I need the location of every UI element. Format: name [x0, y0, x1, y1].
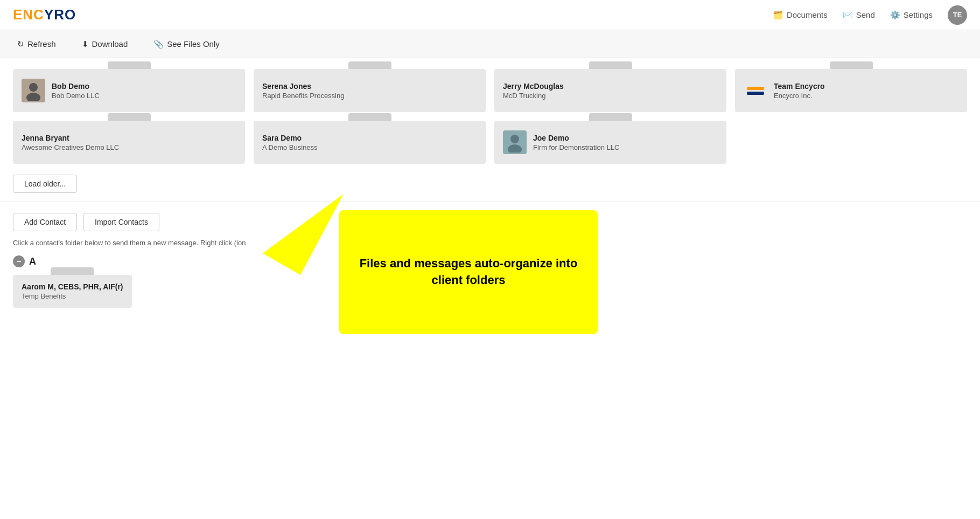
section-letter-label: A: [29, 256, 36, 267]
folder-name: Jenna Bryant: [22, 134, 236, 142]
download-icon: ⬇: [82, 39, 89, 49]
section-letter-a: − A: [13, 255, 967, 267]
download-button[interactable]: ⬇ Download: [78, 37, 132, 51]
paperclip-icon: 📎: [153, 39, 164, 49]
folder-info: Team EncycroEncycro Inc.: [774, 82, 958, 100]
folder-name: Sara Demo: [262, 134, 477, 142]
contact-name: Aarom M, CEBS, PHR, AIF(r): [22, 282, 123, 291]
main-content: Bob DemoBob Demo LLCSerena JonesRapid Be…: [0, 58, 980, 319]
header-nav: 🗂️ Documents ✉️ Send ⚙️ Settings TE: [773, 5, 967, 25]
folder-name: Bob Demo: [52, 82, 236, 91]
folder-info: Joe DemoFirm for Demonstration LLC: [533, 134, 718, 151]
settings-nav-item[interactable]: ⚙️ Settings: [890, 10, 933, 20]
see-files-button[interactable]: 📎 See Files Only: [149, 37, 224, 51]
logo-yro: YRO: [44, 6, 76, 23]
folder-info: Serena JonesRapid Benefits Processing: [262, 82, 477, 100]
folder-icon: 🗂️: [773, 10, 783, 20]
folder-card[interactable]: Sara DemoA Demo Business: [254, 121, 486, 164]
folder-company: A Demo Business: [262, 143, 477, 151]
contacts-section: Add Contact Import Contacts Click a cont…: [0, 202, 980, 319]
folder-company: Bob Demo LLC: [52, 92, 236, 100]
contacts-actions: Add Contact Import Contacts: [13, 213, 967, 231]
recent-section: Bob DemoBob Demo LLCSerena JonesRapid Be…: [0, 58, 980, 202]
toolbar: ↻ Refresh ⬇ Download 📎 See Files Only: [0, 30, 980, 58]
folder-card[interactable]: Joe DemoFirm for Demonstration LLC: [494, 121, 726, 164]
settings-label: Settings: [904, 10, 933, 19]
documents-label: Documents: [787, 10, 828, 19]
folder-name: Jerry McDouglas: [503, 82, 718, 91]
folder-card[interactable]: Jerry McDouglasMcD Trucking: [494, 69, 726, 112]
see-files-label: See Files Only: [167, 39, 220, 49]
contacts-list: Aarom M, CEBS, PHR, AIF(r)Temp Benefits: [13, 275, 967, 308]
add-contact-button[interactable]: Add Contact: [13, 213, 77, 231]
svg-point-3: [508, 144, 522, 153]
svg-point-2: [510, 135, 519, 143]
user-avatar[interactable]: TE: [948, 5, 967, 25]
folder-company: Encycro Inc.: [774, 92, 958, 100]
folder-company: McD Trucking: [503, 92, 718, 100]
refresh-button[interactable]: ↻ Refresh: [13, 37, 60, 51]
folder-name: Joe Demo: [533, 134, 718, 142]
gear-icon: ⚙️: [890, 10, 900, 20]
logo[interactable]: ENCYRO: [13, 6, 76, 23]
folder-info: Jenna BryantAwesome Creatives Demo LLC: [22, 134, 236, 151]
folder-company: Awesome Creatives Demo LLC: [22, 143, 236, 151]
send-label: Send: [856, 10, 875, 19]
contacts-hint: Click a contact's folder below to send t…: [13, 239, 967, 247]
folder-company: Rapid Benefits Processing: [262, 92, 477, 100]
send-nav-item[interactable]: ✉️ Send: [843, 10, 875, 20]
download-label: Download: [92, 39, 128, 49]
folder-company: Firm for Demonstration LLC: [533, 143, 718, 151]
folder-info: Jerry McDouglasMcD Trucking: [503, 82, 718, 100]
folder-info: Bob DemoBob Demo LLC: [52, 82, 236, 100]
app-header: ENCYRO 🗂️ Documents ✉️ Send ⚙️ Settings …: [0, 0, 980, 30]
folder-name: Team Encycro: [774, 82, 958, 91]
folder-card[interactable]: Serena JonesRapid Benefits Processing: [254, 69, 486, 112]
folder-card[interactable]: Team EncycroEncycro Inc.: [735, 69, 967, 112]
load-older-button[interactable]: Load older...: [13, 175, 77, 193]
folders-row-2: Jenna BryantAwesome Creatives Demo LLCSa…: [13, 121, 967, 164]
contact-card[interactable]: Aarom M, CEBS, PHR, AIF(r)Temp Benefits: [13, 275, 132, 308]
refresh-icon: ↻: [17, 39, 24, 49]
svg-point-0: [29, 83, 38, 92]
contact-company: Temp Benefits: [22, 292, 123, 300]
send-icon: ✉️: [843, 10, 853, 20]
folder-card[interactable]: Jenna BryantAwesome Creatives Demo LLC: [13, 121, 245, 164]
svg-point-1: [26, 93, 40, 101]
collapse-icon[interactable]: −: [13, 255, 25, 267]
folder-info: Sara DemoA Demo Business: [262, 134, 477, 151]
folder-card[interactable]: Bob DemoBob Demo LLC: [13, 69, 245, 112]
refresh-label: Refresh: [27, 39, 56, 49]
folder-name: Serena Jones: [262, 82, 477, 91]
logo-enc: ENC: [13, 6, 44, 23]
import-contacts-button[interactable]: Import Contacts: [83, 213, 159, 231]
documents-nav-item[interactable]: 🗂️ Documents: [773, 10, 828, 20]
folders-row-1: Bob DemoBob Demo LLCSerena JonesRapid Be…: [13, 69, 967, 112]
